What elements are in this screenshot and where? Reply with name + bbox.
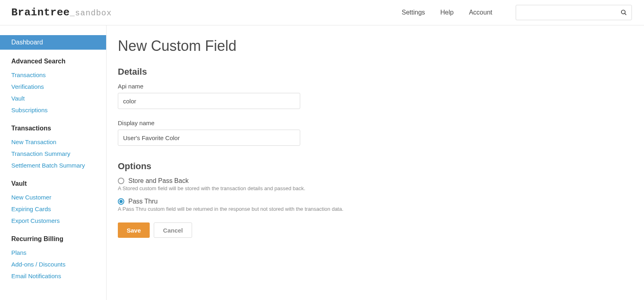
section-details-title: Details [118,67,632,77]
sidebar-item-new-customer[interactable]: New Customer [11,191,95,203]
sidebar-group-transactions: Transactions New Transaction Transaction… [0,125,106,171]
save-button[interactable]: Save [118,222,150,238]
logo-suffix: _sandbox [70,8,112,18]
radio-desc-passthru: A Pass Thru custom field will be returne… [118,206,632,212]
search-icon[interactable] [621,9,627,16]
sidebar-item-plans[interactable]: Plans [11,247,95,258]
sidebar-item-vault[interactable]: Vault [11,92,95,104]
radio-desc-store: A Stored custom field will be stored wit… [118,185,632,191]
body-row: Dashboard Advanced Search Transactions V… [0,25,644,300]
api-name-input[interactable] [118,93,300,109]
nav-help[interactable]: Help [440,9,454,16]
radio-dot-icon [119,200,123,203]
sidebar-item-expiring-cards[interactable]: Expiring Cards [11,203,95,215]
options-section: Options Store and Pass Back A Stored cus… [118,161,632,212]
display-name-input[interactable] [118,130,300,146]
sidebar-group-title: Vault [11,180,95,187]
radio-pass-thru[interactable]: Pass Thru [118,198,632,205]
search-wrap [516,5,632,20]
radio-store-and-pass-back[interactable]: Store and Pass Back [118,177,632,185]
radio-label: Pass Thru [128,198,158,205]
sidebar-item-transactions[interactable]: Transactions [11,69,95,81]
sidebar-group-vault: Vault New Customer Expiring Cards Export… [0,180,106,227]
sidebar-item-subscriptions[interactable]: Subscriptions [11,104,95,116]
logo[interactable]: Braintree_sandbox [11,6,112,19]
sidebar-group-title: Advanced Search [11,58,95,65]
display-name-label: Display name [118,120,632,126]
sidebar-item-verifications[interactable]: Verifications [11,81,95,92]
sidebar-group-recurring-billing: Recurring Billing Plans Add-ons / Discou… [0,235,106,282]
sidebar-item-export-customers[interactable]: Export Customers [11,215,95,227]
sidebar: Dashboard Advanced Search Transactions V… [0,25,107,300]
page-title: New Custom Field [118,38,632,55]
svg-line-1 [625,13,626,15]
main-content: New Custom Field Details Api name Displa… [107,25,644,300]
api-name-label: Api name [118,83,632,90]
section-options-title: Options [118,161,632,172]
radio-icon[interactable] [118,178,124,184]
cancel-button[interactable]: Cancel [154,222,192,238]
nav-settings[interactable]: Settings [401,9,425,16]
sidebar-item-dashboard[interactable]: Dashboard [0,35,106,50]
logo-main: Braintree [11,6,70,19]
radio-icon[interactable] [118,198,124,205]
sidebar-item-new-transaction[interactable]: New Transaction [11,136,95,148]
sidebar-group-title: Transactions [11,125,95,132]
topbar: Braintree_sandbox Settings Help Account [0,0,644,25]
sidebar-group-title: Recurring Billing [11,235,95,243]
sidebar-group-advanced-search: Advanced Search Transactions Verificatio… [0,58,106,116]
nav-account[interactable]: Account [469,9,492,16]
sidebar-item-email-notifications[interactable]: Email Notifications [11,270,95,282]
sidebar-item-transaction-summary[interactable]: Transaction Summary [11,148,95,159]
field-api-name: Api name [118,83,632,109]
svg-point-0 [621,10,625,14]
field-display-name: Display name [118,120,632,146]
sidebar-item-settlement-batch-summary[interactable]: Settlement Batch Summary [11,159,95,171]
button-row: Save Cancel [118,222,632,238]
search-input[interactable] [516,5,632,20]
top-nav: Settings Help Account [401,5,632,20]
sidebar-item-addons-discounts[interactable]: Add-ons / Discounts [11,258,95,270]
radio-label: Store and Pass Back [128,177,188,185]
